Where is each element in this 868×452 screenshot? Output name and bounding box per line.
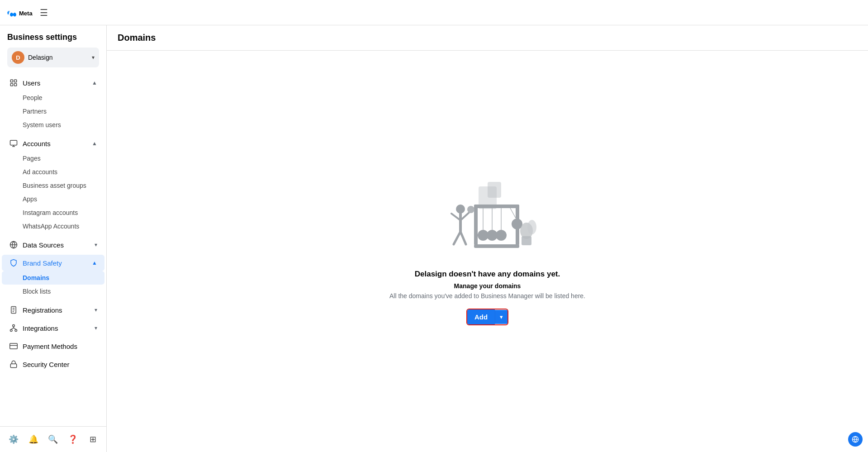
empty-state: Delasign doesn't have any domains yet. M… — [380, 159, 594, 343]
svg-text:Meta: Meta — [19, 10, 33, 17]
registrations-section-title: Registrations — [9, 305, 62, 314]
payment-methods-icon — [9, 342, 18, 351]
sidebar: Business settings D Delasign ▾ Users ▲ — [0, 25, 107, 452]
svg-rect-13 — [10, 364, 17, 367]
nav-section-payment-methods: Payment Methods — [0, 338, 106, 354]
add-button-group: Add ▾ — [466, 309, 508, 325]
nav-item-domains[interactable]: Domains — [2, 271, 104, 285]
integrations-chevron: ▾ — [95, 325, 97, 331]
brand-safety-section-title: Brand Safety — [9, 258, 62, 267]
data-sources-icon — [9, 240, 18, 249]
globe-button[interactable] — [848, 432, 863, 447]
business-selector[interactable]: D Delasign ▾ — [7, 48, 99, 67]
sidebar-header: Business settings D Delasign ▾ — [0, 25, 106, 71]
svg-rect-19 — [474, 244, 519, 248]
nav-section-integrations: Integrations ▾ — [0, 320, 106, 336]
sidebar-footer: ⚙️ 🔔 🔍 ❓ ⊞ — [0, 426, 106, 452]
nav-section-accounts: Accounts ▲ Pages Ad accounts Business as… — [0, 135, 106, 235]
nav-item-people[interactable]: People — [2, 91, 104, 105]
svg-line-33 — [460, 232, 466, 244]
payment-methods-section-header[interactable]: Payment Methods — [2, 338, 104, 354]
sidebar-nav: Users ▲ People Partners System users — [0, 71, 106, 426]
add-button-dropdown[interactable]: ▾ — [495, 310, 508, 324]
nav-section-security-center: Security Center — [0, 356, 106, 372]
brand-safety-nav-items: Domains Block lists — [0, 271, 106, 300]
svg-rect-16 — [474, 205, 519, 208]
meta-logo: Meta — [7, 8, 34, 17]
accounts-chevron: ▲ — [92, 140, 97, 147]
business-name: Delasign — [28, 54, 88, 61]
accounts-section-header[interactable]: Accounts ▲ — [2, 135, 104, 152]
topbar-left: Meta ☰ — [7, 7, 48, 18]
security-center-section-header[interactable]: Security Center — [2, 356, 104, 372]
nav-section-brand-safety: Brand Safety ▲ Domains Block lists — [0, 255, 106, 300]
content-area: Domains — [107, 25, 868, 452]
svg-point-34 — [467, 206, 474, 213]
nav-item-whatsapp-accounts[interactable]: WhatsApp Accounts — [2, 219, 104, 233]
svg-point-37 — [527, 220, 536, 234]
settings-icon[interactable]: ⚙️ — [6, 432, 21, 447]
nav-item-instagram-accounts[interactable]: Instagram accounts — [2, 206, 104, 219]
svg-point-8 — [13, 325, 15, 327]
empty-state-subtitle: Manage your domains — [389, 282, 585, 290]
svg-line-32 — [454, 232, 460, 244]
data-sources-chevron: ▾ — [95, 242, 97, 248]
svg-point-10 — [15, 329, 17, 332]
grid-icon[interactable]: ⊞ — [85, 432, 100, 447]
nav-section-users: Users ▲ People Partners System users — [0, 75, 106, 133]
brand-safety-section-header[interactable]: Brand Safety ▲ — [2, 255, 104, 271]
content-body: Delasign doesn't have any domains yet. M… — [107, 51, 868, 452]
chevron-down-icon: ▾ — [92, 54, 95, 61]
security-center-section-title: Security Center — [9, 360, 69, 369]
svg-rect-15 — [488, 182, 501, 198]
empty-illustration — [438, 177, 537, 259]
svg-point-9 — [10, 329, 13, 332]
svg-rect-11 — [10, 343, 18, 349]
help-icon[interactable]: ❓ — [66, 432, 80, 447]
empty-state-description: All the domains you've added to Business… — [389, 292, 585, 300]
svg-rect-1 — [10, 80, 13, 82]
security-center-icon — [9, 360, 18, 369]
accounts-icon — [9, 139, 18, 148]
topbar: Meta ☰ — [0, 0, 868, 25]
users-section-title: Users — [9, 78, 40, 87]
nav-item-block-lists[interactable]: Block lists — [2, 285, 104, 298]
registrations-chevron: ▾ — [95, 307, 97, 313]
integrations-section-header[interactable]: Integrations ▾ — [2, 320, 104, 336]
search-icon[interactable]: 🔍 — [46, 432, 60, 447]
svg-rect-4 — [14, 84, 17, 86]
nav-item-apps[interactable]: Apps — [2, 192, 104, 206]
users-icon — [9, 78, 18, 87]
svg-point-26 — [496, 230, 507, 241]
business-avatar: D — [12, 51, 24, 64]
data-sources-section-title: Data Sources — [9, 240, 64, 249]
svg-rect-2 — [14, 80, 17, 82]
registrations-section-header[interactable]: Registrations ▾ — [2, 302, 104, 318]
content-header: Domains — [107, 25, 868, 51]
registrations-icon — [9, 305, 18, 314]
app-title: Business settings — [7, 33, 99, 42]
nav-section-registrations: Registrations ▾ — [0, 302, 106, 318]
nav-item-system-users[interactable]: System users — [2, 118, 104, 132]
users-chevron: ▲ — [92, 80, 97, 86]
nav-item-partners[interactable]: Partners — [2, 105, 104, 118]
users-nav-items: People Partners System users — [0, 91, 106, 133]
nav-item-pages[interactable]: Pages — [2, 152, 104, 165]
data-sources-section-header[interactable]: Data Sources ▾ — [2, 237, 104, 253]
users-section-header[interactable]: Users ▲ — [2, 75, 104, 91]
nav-item-ad-accounts[interactable]: Ad accounts — [2, 165, 104, 179]
accounts-section-title: Accounts — [9, 139, 51, 148]
hamburger-button[interactable]: ☰ — [40, 7, 48, 18]
empty-state-title: Delasign doesn't have any domains yet. — [389, 270, 585, 279]
svg-rect-5 — [10, 140, 17, 145]
brand-safety-chevron: ▲ — [92, 260, 97, 266]
nav-item-business-asset-groups[interactable]: Business asset groups — [2, 179, 104, 192]
notifications-icon[interactable]: 🔔 — [26, 432, 41, 447]
brand-safety-icon — [9, 258, 18, 267]
integrations-icon — [9, 324, 18, 333]
add-button[interactable]: Add — [467, 309, 495, 324]
nav-section-data-sources: Data Sources ▾ — [0, 237, 106, 253]
svg-rect-17 — [474, 205, 478, 245]
integrations-section-title: Integrations — [9, 324, 58, 333]
main-layout: Business settings D Delasign ▾ Users ▲ — [0, 25, 868, 452]
